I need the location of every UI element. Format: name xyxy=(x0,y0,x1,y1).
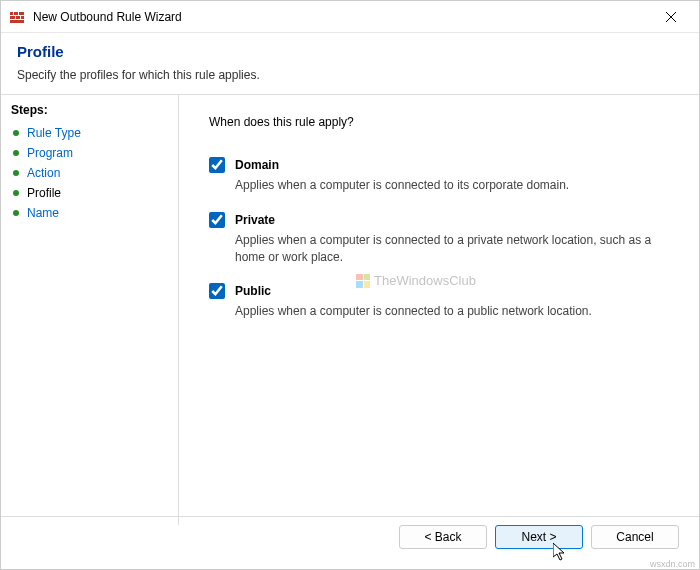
public-checkbox[interactable] xyxy=(209,283,225,299)
step-label: Profile xyxy=(27,186,61,200)
domain-checkbox[interactable] xyxy=(209,157,225,173)
private-label[interactable]: Private xyxy=(235,213,275,227)
footer-buttons: < Back Next > Cancel xyxy=(1,516,699,557)
step-label: Program xyxy=(27,146,73,160)
wizard-body: Steps: Rule Type Program Action Profile … xyxy=(1,95,699,525)
question-text: When does this rule apply? xyxy=(209,115,669,129)
step-label: Rule Type xyxy=(27,126,81,140)
svg-rect-4 xyxy=(18,12,19,15)
step-label: Action xyxy=(27,166,60,180)
bullet-icon xyxy=(13,210,19,216)
cancel-button[interactable]: Cancel xyxy=(591,525,679,549)
step-profile[interactable]: Profile xyxy=(11,183,168,203)
page-title: Profile xyxy=(17,43,683,60)
step-program[interactable]: Program xyxy=(11,143,168,163)
bullet-icon xyxy=(13,190,19,196)
titlebar: New Outbound Rule Wizard xyxy=(1,1,699,33)
wizard-header: Profile Specify the profiles for which t… xyxy=(1,33,699,94)
close-icon xyxy=(666,12,676,22)
option-public: Public Applies when a computer is connec… xyxy=(209,283,669,320)
bullet-icon xyxy=(13,150,19,156)
svg-rect-0 xyxy=(10,12,24,15)
public-label[interactable]: Public xyxy=(235,284,271,298)
close-button[interactable] xyxy=(651,1,691,32)
option-private: Private Applies when a computer is conne… xyxy=(209,212,669,266)
steps-sidebar: Steps: Rule Type Program Action Profile … xyxy=(1,95,179,525)
steps-list: Rule Type Program Action Profile Name xyxy=(11,123,168,223)
svg-rect-5 xyxy=(15,16,16,19)
domain-description: Applies when a computer is connected to … xyxy=(235,177,655,194)
next-button[interactable]: Next > xyxy=(495,525,583,549)
bullet-icon xyxy=(13,130,19,136)
option-domain: Domain Applies when a computer is connec… xyxy=(209,157,669,194)
svg-rect-6 xyxy=(20,16,21,19)
private-description: Applies when a computer is connected to … xyxy=(235,232,655,266)
back-button[interactable]: < Back xyxy=(399,525,487,549)
firewall-icon xyxy=(9,9,25,25)
window-title: New Outbound Rule Wizard xyxy=(33,10,651,24)
private-checkbox[interactable] xyxy=(209,212,225,228)
page-subtitle: Specify the profiles for which this rule… xyxy=(17,68,683,82)
step-label: Name xyxy=(27,206,59,220)
domain-label[interactable]: Domain xyxy=(235,158,279,172)
svg-rect-2 xyxy=(10,20,24,23)
step-name[interactable]: Name xyxy=(11,203,168,223)
step-action[interactable]: Action xyxy=(11,163,168,183)
step-rule-type[interactable]: Rule Type xyxy=(11,123,168,143)
attribution-text: wsxdn.com xyxy=(650,559,695,569)
steps-heading: Steps: xyxy=(11,103,168,117)
public-description: Applies when a computer is connected to … xyxy=(235,303,655,320)
svg-rect-1 xyxy=(10,16,24,19)
content-panel: When does this rule apply? Domain Applie… xyxy=(179,95,699,525)
svg-rect-3 xyxy=(13,12,14,15)
bullet-icon xyxy=(13,170,19,176)
